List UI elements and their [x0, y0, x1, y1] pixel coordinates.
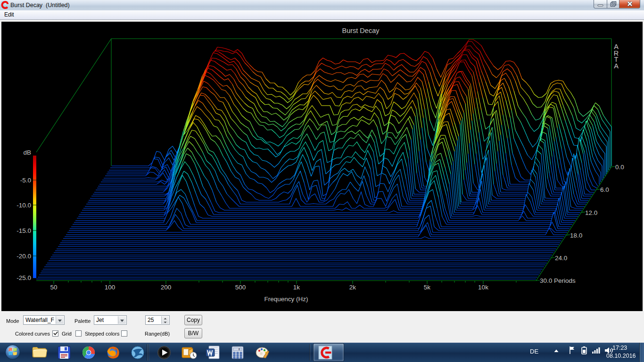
svg-text:2k: 2k — [349, 284, 356, 291]
svg-text:0.0: 0.0 — [615, 164, 624, 171]
svg-text:30.0 Periods: 30.0 Periods — [540, 277, 576, 284]
svg-text:Burst Decay: Burst Decay — [342, 27, 380, 34]
svg-text:Frequency (Hz): Frequency (Hz) — [264, 296, 308, 303]
svg-text:6.0: 6.0 — [600, 186, 609, 193]
svg-text:12.0: 12.0 — [585, 209, 597, 216]
svg-text:A: A — [614, 62, 619, 70]
svg-text:1k: 1k — [293, 284, 300, 291]
svg-text:10k: 10k — [478, 284, 488, 291]
svg-text:500: 500 — [235, 284, 246, 291]
svg-text:100: 100 — [105, 284, 116, 291]
svg-text:200: 200 — [161, 284, 172, 291]
svg-text:-15.0: -15.0 — [17, 227, 31, 234]
svg-text:-10.0: -10.0 — [17, 202, 31, 209]
svg-text:5k: 5k — [424, 284, 431, 291]
svg-text:dB: dB — [23, 149, 31, 156]
svg-text:-5.0: -5.0 — [20, 177, 31, 184]
svg-text:50: 50 — [50, 284, 57, 291]
svg-text:24.0: 24.0 — [555, 255, 567, 262]
svg-text:18.0: 18.0 — [570, 232, 582, 239]
svg-text:-25.0: -25.0 — [17, 274, 31, 281]
svg-text:-20.0: -20.0 — [17, 253, 31, 260]
